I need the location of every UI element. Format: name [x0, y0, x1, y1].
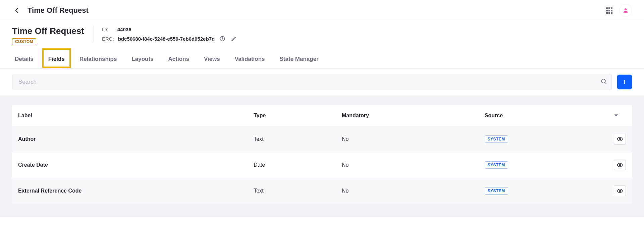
cell-source: SYSTEM [479, 178, 608, 204]
svg-point-6 [619, 190, 621, 192]
apps-grid-icon[interactable] [606, 7, 612, 14]
table-header-row: Label Type Mandatory Source [12, 105, 632, 126]
custom-badge: CUSTOM [12, 38, 36, 45]
fields-toolbar [0, 69, 644, 96]
cell-type: Date [248, 152, 336, 178]
tab-fields[interactable]: Fields [46, 50, 67, 68]
id-row: ID: 44036 [102, 27, 237, 32]
cell-label: Author [12, 126, 248, 152]
search-wrap [12, 74, 612, 90]
topbar-right [606, 4, 632, 17]
cell-label: External Reference Code [12, 178, 248, 204]
eye-icon [617, 189, 623, 193]
user-avatar[interactable] [619, 4, 632, 17]
col-mandatory[interactable]: Mandatory [336, 105, 479, 126]
chevron-left-icon [14, 7, 19, 13]
tab-actions[interactable]: Actions [166, 50, 192, 68]
object-title: Time Off Request [12, 26, 84, 36]
page-title: Time Off Request [28, 6, 89, 15]
svg-point-3 [601, 79, 605, 83]
col-type[interactable]: Type [248, 105, 336, 126]
svg-point-4 [619, 138, 621, 140]
id-label: ID: [102, 27, 113, 32]
cell-label: Create Date [12, 152, 248, 178]
cell-source: SYSTEM [479, 126, 608, 152]
tab-validations[interactable]: Validations [232, 50, 268, 68]
erc-label: ERC: [102, 36, 114, 42]
help-icon[interactable] [219, 35, 226, 42]
cell-actions [608, 126, 632, 152]
tabs: DetailsFieldsRelationshipsLayoutsActions… [12, 48, 632, 68]
view-button[interactable] [614, 185, 626, 196]
eye-icon [617, 137, 623, 141]
tab-layouts[interactable]: Layouts [129, 50, 156, 68]
view-button[interactable] [614, 134, 626, 144]
table-row[interactable]: AuthorTextNoSYSTEM [12, 126, 632, 152]
topbar: Time Off Request [0, 0, 644, 21]
search-input[interactable] [12, 74, 612, 90]
cell-type: Text [248, 126, 336, 152]
cell-actions [608, 178, 632, 204]
svg-point-2 [222, 40, 223, 40]
fields-table: Label Type Mandatory Source AuthorTextNo… [12, 105, 632, 204]
topbar-left: Time Off Request [12, 6, 89, 15]
source-badge: SYSTEM [485, 135, 508, 143]
add-field-button[interactable] [617, 75, 632, 89]
table-row[interactable]: External Reference CodeTextNoSYSTEM [12, 178, 632, 204]
col-label[interactable]: Label [12, 105, 248, 126]
svg-point-0 [625, 8, 627, 10]
caret-down-icon [614, 114, 619, 117]
tab-state-manager[interactable]: State Manager [277, 50, 321, 68]
col-menu[interactable] [608, 105, 632, 126]
header-left: Time Off Request CUSTOM [12, 26, 84, 45]
content-area: Label Type Mandatory Source AuthorTextNo… [0, 96, 644, 217]
table-row[interactable]: Create DateDateNoSYSTEM [12, 152, 632, 178]
search-icon[interactable] [600, 78, 607, 86]
plus-icon [621, 79, 628, 85]
id-value: 44036 [117, 27, 131, 32]
erc-value: bdc50680-f84c-5248-e559-7eb6d052eb7d [118, 36, 215, 42]
erc-row: ERC: bdc50680-f84c-5248-e559-7eb6d052eb7… [102, 35, 237, 42]
edit-icon[interactable] [230, 35, 237, 42]
eye-icon [617, 163, 623, 167]
tab-views[interactable]: Views [201, 50, 223, 68]
header-block: Time Off Request CUSTOM ID: 44036 ERC: b… [0, 21, 644, 69]
cell-type: Text [248, 178, 336, 204]
col-source[interactable]: Source [479, 105, 608, 126]
cell-source: SYSTEM [479, 152, 608, 178]
tab-relationships[interactable]: Relationships [77, 50, 119, 68]
back-button[interactable] [12, 6, 21, 15]
source-badge: SYSTEM [485, 161, 508, 169]
header-meta: ID: 44036 ERC: bdc50680-f84c-5248-e559-7… [94, 26, 237, 42]
view-button[interactable] [614, 160, 626, 170]
svg-point-5 [619, 164, 621, 166]
user-icon [623, 7, 629, 13]
cell-mandatory: No [336, 178, 479, 204]
source-badge: SYSTEM [485, 187, 508, 195]
cell-actions [608, 152, 632, 178]
cell-mandatory: No [336, 126, 479, 152]
tab-details[interactable]: Details [12, 50, 36, 68]
cell-mandatory: No [336, 152, 479, 178]
header-main: Time Off Request CUSTOM ID: 44036 ERC: b… [12, 26, 632, 45]
